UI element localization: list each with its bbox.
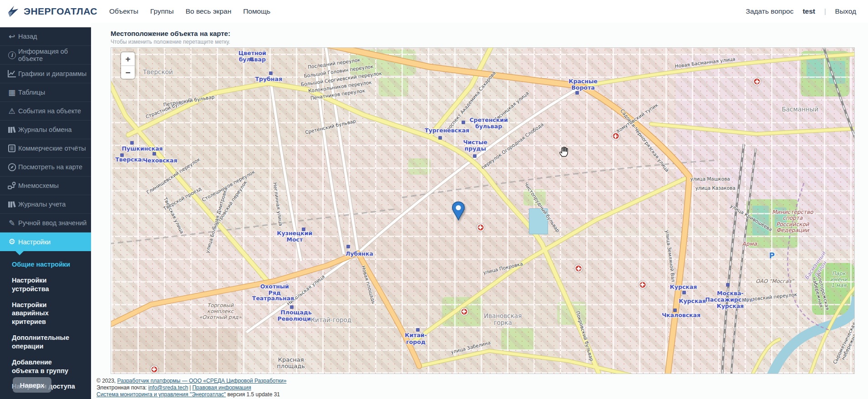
sidebar-item-label: Коммерческие отчёты	[18, 145, 86, 152]
chart-icon	[5, 70, 18, 78]
submenu-item-add-to-group[interactable]: Добавление объекта в группу	[12, 358, 80, 375]
submenu-item-additional-operations[interactable]: Дополнительные операции	[12, 333, 80, 351]
top-bar: ЭНЕРГОАТЛАС Объекты Группы Во весь экран…	[0, 0, 868, 23]
pencil-icon: ✎	[5, 219, 18, 227]
nav-fullscreen[interactable]: Во весь экран	[186, 7, 232, 15]
sidebar-item-label: Таблицы	[18, 89, 45, 96]
content: Местоположение объекта на карте: Чтобы и…	[91, 23, 868, 399]
sidebar-item-object-info[interactable]: i Информация об объекте	[0, 46, 91, 65]
pond-chistye-prudy	[529, 208, 548, 234]
logout-link[interactable]: Выход	[835, 7, 856, 15]
submenu-item-alarm-criteria[interactable]: Настройки аварийных критериев	[12, 301, 80, 327]
sidebar-item-manual-input[interactable]: ✎ Ручной ввод значений	[0, 214, 91, 232]
main-nav: Объекты Группы Во весь экран Помощь	[109, 7, 270, 15]
report-icon	[5, 144, 18, 152]
sidebar-item-label: Мнемосхемы	[18, 182, 59, 189]
submenu-item-device-settings[interactable]: Настройки устройства	[12, 276, 80, 293]
sidebar-item-label: Журналы обмена	[18, 126, 72, 133]
warning-icon: ⚠	[5, 107, 18, 115]
logo-text: ЭНЕРГОАТЛАС	[24, 6, 97, 17]
system-link[interactable]: Система мониторинга и управления "Энерго…	[96, 391, 226, 398]
footer-separator: |	[189, 384, 191, 391]
email-label: Электронная почта:	[96, 384, 148, 391]
road-sakharova	[429, 48, 492, 136]
logo-icon	[6, 5, 20, 18]
sidebar-item-label: События на объекте	[18, 107, 81, 115]
header-divider: |	[824, 8, 826, 15]
sidebar: ↩ Назад i Информация об объекте Графики …	[0, 27, 91, 399]
app-logo[interactable]: ЭНЕРГОАТЛАС	[6, 5, 97, 18]
sidebar-item-tables[interactable]: ▦ Таблицы	[0, 83, 91, 102]
map-zoom-control: + −	[121, 52, 135, 79]
sidebar-item-mnemoschemes[interactable]: Мнемосхемы	[0, 177, 91, 195]
submenu-item-general-settings[interactable]: Общие настройки	[12, 260, 80, 269]
nav-objects[interactable]: Объекты	[109, 7, 138, 15]
sidebar-item-label: Журналы учета	[18, 201, 66, 208]
road-okhotny-ryad	[151, 253, 419, 366]
developer-link[interactable]: Разработчик платформы — ООО «СРЕДА Цифро…	[117, 378, 287, 384]
copyright-text: © 2023,	[96, 378, 117, 384]
zoom-in-button[interactable]: +	[121, 52, 135, 66]
books-icon	[5, 126, 18, 134]
footer-version-line: Система мониторинга и управления "Энерго…	[96, 391, 868, 398]
sidebar-item-back[interactable]: ↩ Назад	[0, 27, 91, 46]
back-to-top-button[interactable]: Наверх	[13, 377, 51, 393]
legal-info-link[interactable]: Правовая информация	[192, 384, 251, 391]
gear-icon: ⚙	[5, 238, 18, 246]
back-icon: ↩	[5, 33, 18, 40]
table-icon: ▦	[5, 89, 18, 96]
sidebar-item-view-on-map[interactable]: Посмотреть на карте	[0, 158, 91, 177]
header-right: Задать вопрос test | Выход	[746, 7, 862, 15]
map[interactable]: Цветной бульварТрубнаяТверскойПушкинская…	[111, 47, 855, 374]
mnemo-icon	[5, 182, 18, 190]
sidebar-item-commercial-reports[interactable]: Коммерческие отчёты	[0, 139, 91, 158]
page-title: Местоположение объекта на карте:	[111, 30, 868, 37]
username[interactable]: test	[802, 7, 815, 15]
road-myasnitskaya	[358, 86, 582, 253]
map-roads	[111, 48, 854, 374]
nav-help[interactable]: Помощь	[243, 7, 270, 15]
ask-question-link[interactable]: Задать вопрос	[746, 7, 794, 15]
sidebar-item-label: Ручной ввод значений	[18, 219, 86, 227]
compass-icon	[5, 163, 18, 172]
hand-cursor	[558, 146, 569, 157]
sidebar-item-settings[interactable]: ⚙ Настройки	[0, 232, 91, 251]
sidebar-item-accounting-logs[interactable]: Журналы учета	[0, 195, 91, 214]
location-pin[interactable]	[452, 201, 465, 222]
road-tverskaya	[111, 81, 267, 280]
version-text: версия 1.5 update 31	[226, 391, 280, 398]
district-boundary	[787, 183, 829, 330]
page-subtitle: Чтобы изменить положение перетащите метк…	[111, 39, 868, 45]
books-icon	[5, 200, 18, 208]
sidebar-item-label: Настройки	[18, 238, 51, 246]
sidebar-item-charts[interactable]: Графики и диаграммы	[0, 65, 91, 83]
footer-copyright-line: © 2023, Разработчик платформы — ООО «СРЕ…	[96, 378, 868, 384]
nav-groups[interactable]: Группы	[150, 7, 174, 15]
sidebar-item-exchange-logs[interactable]: Журналы обмена	[0, 121, 91, 139]
footer: © 2023, Разработчик платформы — ООО «СРЕ…	[96, 378, 868, 398]
zoom-out-button[interactable]: −	[121, 66, 135, 79]
sidebar-item-events[interactable]: ⚠ События на объекте	[0, 102, 91, 121]
sidebar-item-label: Назад	[18, 33, 37, 40]
sidebar-item-label: Информация об объекте	[18, 48, 87, 62]
email-link[interactable]: info@sreda.tech	[148, 384, 188, 391]
footer-contact-line: Электронная почта: info@sreda.tech|Право…	[96, 384, 868, 391]
sidebar-item-label: Посмотреть на карте	[18, 163, 82, 171]
info-icon: i	[5, 51, 18, 59]
sidebar-item-label: Графики и диаграммы	[18, 70, 86, 77]
